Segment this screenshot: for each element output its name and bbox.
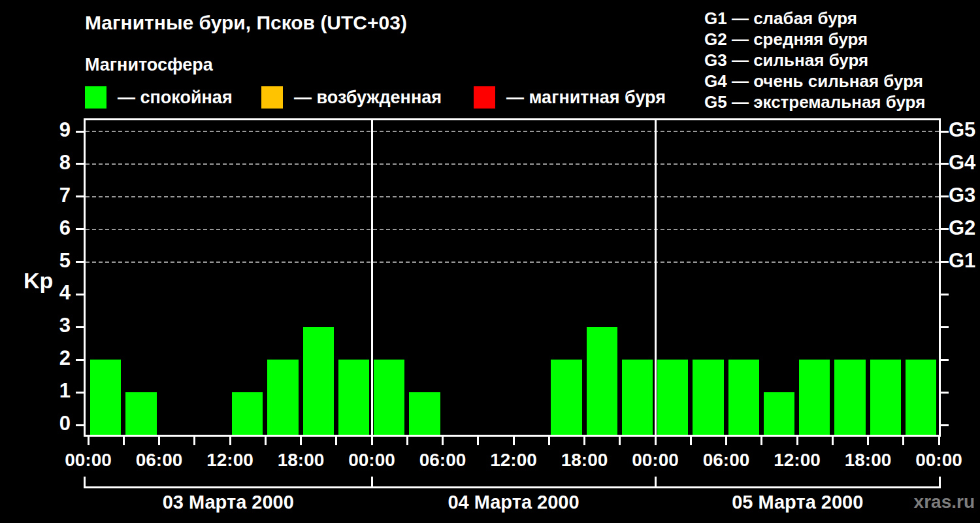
y-tick-left bbox=[76, 261, 84, 263]
x-tick bbox=[655, 437, 657, 445]
x-tick bbox=[938, 437, 940, 445]
storm-scale-g1: G1 — слабая буря bbox=[704, 8, 925, 29]
kp-bar bbox=[728, 360, 759, 435]
x-tick bbox=[548, 437, 550, 445]
x-tick-label: 00:00 bbox=[333, 450, 411, 471]
y-tick-right bbox=[941, 392, 949, 394]
storm-scale-g3: G3 — сильная буря bbox=[704, 50, 925, 71]
y-tick-left bbox=[76, 326, 84, 328]
g-axis-label: G4 bbox=[949, 151, 975, 175]
g-axis-label: G2 bbox=[949, 216, 975, 240]
x-tick bbox=[406, 437, 408, 445]
gridline bbox=[86, 262, 939, 263]
legend-label-quiet: — спокойная bbox=[118, 88, 233, 108]
kp-bar bbox=[764, 392, 794, 435]
magnetosphere-label: Магнитосфера bbox=[85, 55, 213, 75]
x-tick-label: 12:00 bbox=[191, 450, 269, 471]
active-color-swatch bbox=[261, 86, 283, 109]
y-tick-label: 6 bbox=[20, 216, 71, 240]
day-divider bbox=[371, 120, 373, 435]
x-tick bbox=[335, 437, 337, 445]
x-tick bbox=[760, 437, 762, 445]
y-tick-left bbox=[76, 163, 84, 165]
gridline bbox=[86, 163, 939, 165]
chart-title: Магнитные бури, Псков (UTC+03) bbox=[85, 12, 407, 34]
storm-color-swatch bbox=[474, 86, 495, 109]
bracket-tick bbox=[655, 477, 657, 488]
gridline bbox=[86, 131, 939, 132]
kp-bar bbox=[409, 392, 440, 435]
x-tick-label: 06:00 bbox=[120, 450, 199, 471]
kp-bar bbox=[906, 360, 936, 435]
x-tick bbox=[265, 437, 267, 445]
magnetic-storms-chart-page: Магнитные бури, Псков (UTC+03) Магнитосф… bbox=[0, 0, 980, 523]
y-tick-label: 9 bbox=[20, 118, 71, 142]
x-tick-label: 00:00 bbox=[49, 450, 127, 471]
x-tick-label: 12:00 bbox=[474, 450, 553, 471]
x-tick bbox=[796, 437, 798, 445]
date-label: 04 Марта 2000 bbox=[383, 492, 644, 513]
legend-item-quiet: — спокойная bbox=[85, 86, 233, 109]
kp-bar bbox=[622, 360, 653, 435]
gridline bbox=[86, 196, 939, 197]
y-tick-left bbox=[76, 195, 84, 197]
storm-scale-g5: G5 — экстремальная буря bbox=[704, 92, 925, 112]
x-tick bbox=[619, 437, 621, 445]
x-tick-label: 00:00 bbox=[900, 450, 978, 471]
kp-bar bbox=[693, 360, 723, 435]
legend-label-storm: — магнитная буря bbox=[506, 88, 666, 108]
x-tick bbox=[513, 437, 515, 445]
kp-bar bbox=[125, 392, 156, 435]
y-tick-right bbox=[941, 195, 949, 197]
x-tick bbox=[867, 437, 869, 445]
g-axis-label: G3 bbox=[949, 184, 975, 207]
bracket-tick bbox=[371, 477, 373, 488]
y-tick-right bbox=[941, 294, 949, 295]
storm-scale-legend: G1 — слабая буря G2 — средняя буря G3 — … bbox=[704, 8, 925, 112]
date-label: 05 Марта 2000 bbox=[667, 492, 928, 513]
bracket-tick bbox=[84, 477, 86, 488]
kp-bar bbox=[90, 360, 121, 435]
x-tick bbox=[725, 437, 727, 445]
y-tick-label: 8 bbox=[20, 151, 71, 175]
kp-bar bbox=[587, 327, 617, 435]
kp-bar bbox=[267, 360, 298, 435]
kp-bar bbox=[657, 360, 688, 435]
y-tick-right bbox=[941, 163, 949, 165]
x-tick-label: 06:00 bbox=[687, 450, 766, 471]
x-tick bbox=[193, 437, 195, 445]
kp-bar bbox=[870, 360, 901, 435]
date-label: 03 Марта 2000 bbox=[97, 492, 359, 513]
x-tick bbox=[371, 437, 373, 445]
kp-bar bbox=[799, 360, 830, 435]
y-tick-left bbox=[76, 131, 84, 133]
y-tick-left bbox=[76, 392, 84, 394]
y-tick-label: 5 bbox=[20, 249, 71, 273]
y-tick-right bbox=[941, 228, 949, 230]
x-tick-label: 18:00 bbox=[262, 450, 340, 471]
y-tick-right bbox=[941, 131, 949, 133]
y-tick-label: 4 bbox=[20, 281, 71, 305]
y-tick-label: 0 bbox=[20, 412, 71, 435]
legend-label-active: — возбужденная bbox=[294, 88, 442, 108]
x-tick-label: 18:00 bbox=[829, 450, 907, 471]
y-tick-label: 2 bbox=[20, 346, 71, 370]
y-tick-right bbox=[941, 424, 949, 426]
storm-scale-g4: G4 — очень сильная буря bbox=[704, 71, 925, 92]
x-tick-label: 00:00 bbox=[616, 450, 694, 471]
y-tick-label: 7 bbox=[20, 184, 71, 207]
y-tick-left bbox=[76, 294, 84, 295]
date-bracket bbox=[84, 486, 941, 488]
quiet-color-swatch bbox=[85, 86, 106, 109]
storm-scale-g2: G2 — средняя буря bbox=[704, 29, 925, 50]
kp-bar bbox=[338, 360, 369, 435]
legend-item-active: — возбужденная bbox=[261, 86, 442, 109]
y-tick-right bbox=[941, 359, 949, 361]
kp-bar bbox=[551, 360, 581, 435]
kp-bar bbox=[834, 360, 865, 435]
kp-bar bbox=[303, 327, 334, 435]
x-tick-label: 18:00 bbox=[546, 450, 624, 471]
x-tick-label: 06:00 bbox=[404, 450, 482, 471]
g-axis-label: G1 bbox=[949, 249, 975, 273]
day-divider bbox=[655, 120, 657, 435]
